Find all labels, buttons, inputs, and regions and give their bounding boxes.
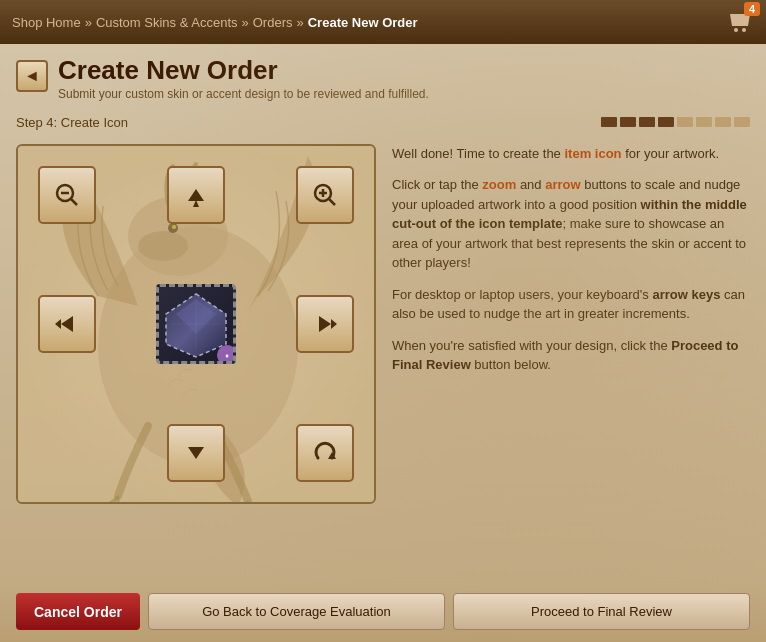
breadcrumb-orders[interactable]: Orders bbox=[253, 15, 293, 30]
svg-line-10 bbox=[71, 199, 77, 205]
step-dot-7 bbox=[715, 117, 731, 127]
svg-marker-18 bbox=[55, 319, 61, 329]
cart-count-badge: 4 bbox=[744, 2, 760, 16]
rotate-icon bbox=[310, 438, 340, 468]
svg-point-1 bbox=[742, 28, 746, 32]
highlight-keyboard: arrow keys bbox=[652, 287, 720, 302]
svg-marker-12 bbox=[193, 200, 199, 207]
instruction-p2: Click or tap the zoom and arrow buttons … bbox=[392, 175, 750, 273]
back-button[interactable]: ◄ bbox=[16, 60, 48, 92]
svg-text:♦: ♦ bbox=[225, 352, 229, 359]
highlight-proceed: Proceed to Final Review bbox=[392, 338, 738, 373]
instructions-panel: Well done! Time to create the item icon … bbox=[392, 144, 750, 387]
page-header: ◄ Create New Order Submit your custom sk… bbox=[0, 44, 766, 109]
down-arrow-icon bbox=[180, 437, 212, 469]
move-up-button[interactable] bbox=[167, 166, 225, 224]
footer-buttons: Cancel Order Go Back to Coverage Evaluat… bbox=[0, 581, 766, 642]
highlight-zoom: zoom bbox=[482, 177, 516, 192]
instruction-p3: For desktop or laptop users, your keyboa… bbox=[392, 285, 750, 324]
icon-preview-box: ♦ bbox=[156, 284, 236, 364]
go-back-button[interactable]: Go Back to Coverage Evaluation bbox=[148, 593, 445, 630]
left-arrow-icon bbox=[51, 308, 83, 340]
step-dot-6 bbox=[696, 117, 712, 127]
breadcrumb-current: Create New Order bbox=[308, 15, 418, 30]
highlight-arrow: arrow bbox=[545, 177, 580, 192]
icon-editor-panel: ♦ bbox=[16, 144, 376, 504]
proceed-button[interactable]: Proceed to Final Review bbox=[453, 593, 750, 630]
breadcrumb-sep1: » bbox=[85, 15, 92, 30]
zoom-in-button[interactable] bbox=[296, 166, 354, 224]
back-arrow-icon: ◄ bbox=[24, 67, 40, 85]
cancel-order-button[interactable]: Cancel Order bbox=[16, 593, 140, 630]
step-dot-4 bbox=[658, 117, 674, 127]
icon-badge: ♦ bbox=[217, 345, 236, 364]
step-dot-8 bbox=[734, 117, 750, 127]
zoom-out-icon bbox=[53, 181, 81, 209]
page-title: Create New Order bbox=[58, 56, 429, 85]
highlight-position: within the middle cut-out of the icon te… bbox=[392, 197, 747, 232]
header-text: Create New Order Submit your custom skin… bbox=[58, 56, 429, 101]
right-arrow-icon bbox=[309, 308, 341, 340]
step-label: Step 4: Create Icon bbox=[16, 115, 128, 130]
svg-marker-17 bbox=[61, 316, 73, 332]
move-right-button[interactable] bbox=[296, 295, 354, 353]
breadcrumb-custom-skins[interactable]: Custom Skins & Accents bbox=[96, 15, 238, 30]
move-left-button[interactable] bbox=[38, 295, 96, 353]
breadcrumb: Shop Home » Custom Skins & Accents » Ord… bbox=[12, 15, 418, 30]
content-area: ♦ bbox=[0, 136, 766, 512]
icon-preview-center: ♦ bbox=[156, 284, 236, 364]
main-content: ◄ Create New Order Submit your custom sk… bbox=[0, 44, 766, 642]
step-dots bbox=[601, 117, 750, 127]
svg-point-5 bbox=[138, 231, 188, 261]
step-row: Step 4: Create Icon bbox=[0, 109, 766, 136]
step-dot-1 bbox=[601, 117, 617, 127]
step-dot-3 bbox=[639, 117, 655, 127]
breadcrumb-sep3: » bbox=[296, 15, 303, 30]
badge-icon: ♦ bbox=[221, 349, 233, 361]
zoom-out-button[interactable] bbox=[38, 166, 96, 224]
instruction-p4: When you're satisfied with your design, … bbox=[392, 336, 750, 375]
svg-marker-26 bbox=[331, 319, 337, 329]
breadcrumb-sep2: » bbox=[242, 15, 249, 30]
svg-point-7 bbox=[172, 225, 176, 229]
svg-marker-11 bbox=[188, 189, 204, 201]
highlight-item-icon: item icon bbox=[564, 146, 621, 161]
instruction-p1: Well done! Time to create the item icon … bbox=[392, 144, 750, 164]
top-navigation: Shop Home » Custom Skins & Accents » Ord… bbox=[0, 0, 766, 44]
step-dot-5 bbox=[677, 117, 693, 127]
svg-line-16 bbox=[329, 199, 335, 205]
zoom-in-icon bbox=[311, 181, 339, 209]
step-dot-2 bbox=[620, 117, 636, 127]
cart-icon[interactable]: 4 bbox=[726, 8, 754, 36]
up-arrow-icon bbox=[180, 179, 212, 211]
svg-point-0 bbox=[734, 28, 738, 32]
breadcrumb-shop-home[interactable]: Shop Home bbox=[12, 15, 81, 30]
rotate-button[interactable] bbox=[296, 424, 354, 482]
move-down-button[interactable] bbox=[167, 424, 225, 482]
page-subtitle: Submit your custom skin or accent design… bbox=[58, 87, 429, 101]
svg-marker-25 bbox=[319, 316, 331, 332]
